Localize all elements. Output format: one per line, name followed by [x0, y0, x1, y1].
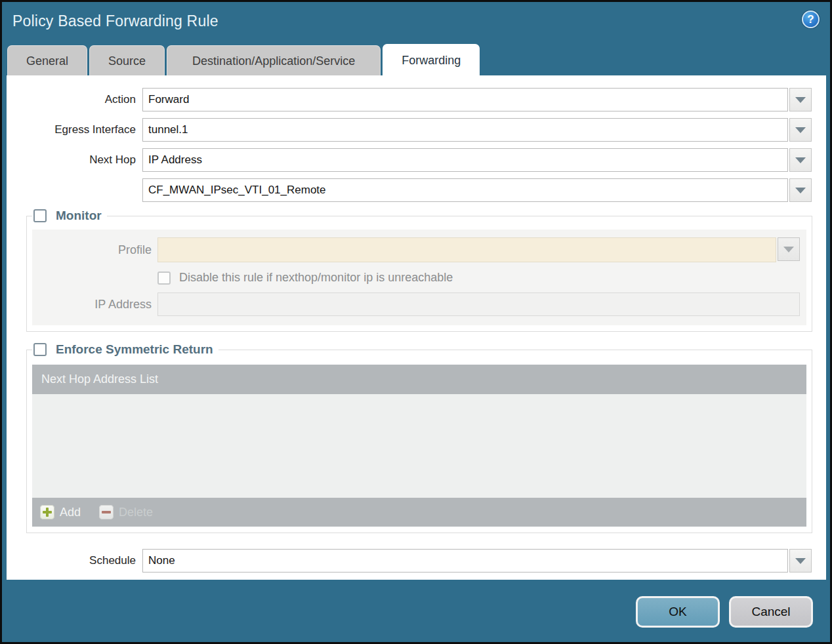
add-button[interactable]: Add — [40, 505, 81, 519]
chevron-down-icon — [795, 558, 806, 564]
schedule-label: Schedule — [7, 554, 136, 567]
schedule-dropdown-button[interactable] — [789, 549, 812, 573]
next-hop-type-select[interactable]: IP Address — [142, 148, 788, 172]
chevron-down-icon — [795, 188, 806, 193]
enforce-symmetric-return-label: Enforce Symmetric Return — [56, 342, 213, 357]
enforce-symmetric-return-legend: Enforce Symmetric Return — [32, 342, 218, 357]
chevron-down-icon — [795, 127, 806, 133]
profile-dropdown-button — [778, 237, 800, 261]
schedule-row: Schedule None — [7, 549, 826, 573]
next-hop-row: Next Hop IP Address — [7, 148, 826, 172]
plus-icon — [40, 505, 54, 519]
tab-general[interactable]: General — [7, 45, 87, 75]
next-hop-address-list-footer: Add Delete — [32, 498, 806, 527]
profile-row: Profile — [32, 237, 806, 262]
ok-button[interactable]: OK — [636, 596, 720, 628]
next-hop-address-list-body[interactable] — [32, 394, 806, 498]
next-hop-address-list-header: Next Hop Address List — [32, 365, 806, 394]
egress-interface-combo: tunnel.1 — [142, 118, 812, 142]
action-combo: Forward — [142, 88, 812, 111]
policy-based-forwarding-dialog: Policy Based Forwarding Rule ? General S… — [0, 0, 832, 644]
monitor-ip-address-label: IP Address — [32, 298, 152, 312]
next-hop-type-combo: IP Address — [142, 148, 812, 172]
monitor-legend: Monitor — [32, 209, 107, 223]
monitor-checkbox[interactable] — [33, 209, 47, 222]
minus-icon — [99, 505, 114, 519]
egress-interface-select[interactable]: tunnel.1 — [142, 118, 788, 142]
monitor-ip-address-input — [157, 292, 800, 316]
enforce-symmetric-return-checkbox[interactable] — [33, 343, 47, 356]
chevron-down-icon — [783, 247, 794, 252]
forwarding-tab-content: Action Forward Egress Interface tunnel.1… — [7, 75, 826, 580]
schedule-combo: None — [142, 549, 812, 573]
dialog-footer: OK Cancel — [636, 596, 813, 628]
disable-rule-label: Disable this rule if nexthop/monitor ip … — [179, 271, 453, 285]
dialog-titlebar: Policy Based Forwarding Rule ? — [2, 2, 830, 44]
action-row: Action Forward — [7, 88, 826, 111]
next-hop-label: Next Hop — [7, 153, 136, 167]
profile-combo — [157, 237, 800, 262]
enforce-symmetric-return-group: Enforce Symmetric Return Next Hop Addres… — [26, 342, 812, 533]
disable-rule-checkbox[interactable] — [157, 272, 171, 285]
egress-interface-dropdown-button[interactable] — [789, 118, 812, 142]
next-hop-address-select[interactable]: CF_MWAN_IPsec_VTI_01_Remote — [142, 178, 788, 202]
cancel-button[interactable]: Cancel — [729, 596, 813, 628]
action-select[interactable]: Forward — [142, 88, 788, 111]
delete-button: Delete — [99, 505, 153, 519]
profile-label: Profile — [32, 243, 152, 257]
tab-forwarding[interactable]: Forwarding — [383, 44, 480, 75]
next-hop-address-combo: CF_MWAN_IPsec_VTI_01_Remote — [142, 178, 812, 202]
egress-interface-row: Egress Interface tunnel.1 — [7, 118, 826, 142]
delete-button-label: Delete — [119, 506, 153, 519]
next-hop-address-dropdown-button[interactable] — [789, 178, 812, 202]
tab-source[interactable]: Source — [89, 45, 165, 75]
tab-bar: General Source Destination/Application/S… — [2, 44, 830, 75]
help-icon[interactable]: ? — [802, 10, 820, 28]
next-hop-address-row: CF_MWAN_IPsec_VTI_01_Remote — [7, 178, 826, 202]
chevron-down-icon — [795, 97, 806, 103]
monitor-panel: Profile Disable this rule if nexthop/mon… — [32, 230, 806, 325]
next-hop-address-list-table: Next Hop Address List Add Delete — [32, 365, 806, 527]
dialog-title: Policy Based Forwarding Rule — [12, 12, 218, 30]
action-label: Action — [7, 93, 136, 106]
monitor-ip-address-row: IP Address — [32, 292, 806, 316]
tab-destination-application-service[interactable]: Destination/Application/Service — [167, 45, 381, 75]
schedule-select[interactable]: None — [142, 549, 788, 573]
monitor-group: Monitor Profile Disable this rule if nex… — [26, 209, 812, 332]
profile-select — [157, 237, 776, 262]
disable-rule-row: Disable this rule if nexthop/monitor ip … — [157, 271, 806, 285]
chevron-down-icon — [795, 157, 806, 163]
action-dropdown-button[interactable] — [789, 88, 812, 111]
add-button-label: Add — [60, 506, 81, 519]
monitor-label: Monitor — [56, 209, 102, 223]
egress-interface-label: Egress Interface — [7, 123, 136, 136]
next-hop-type-dropdown-button[interactable] — [789, 148, 812, 172]
